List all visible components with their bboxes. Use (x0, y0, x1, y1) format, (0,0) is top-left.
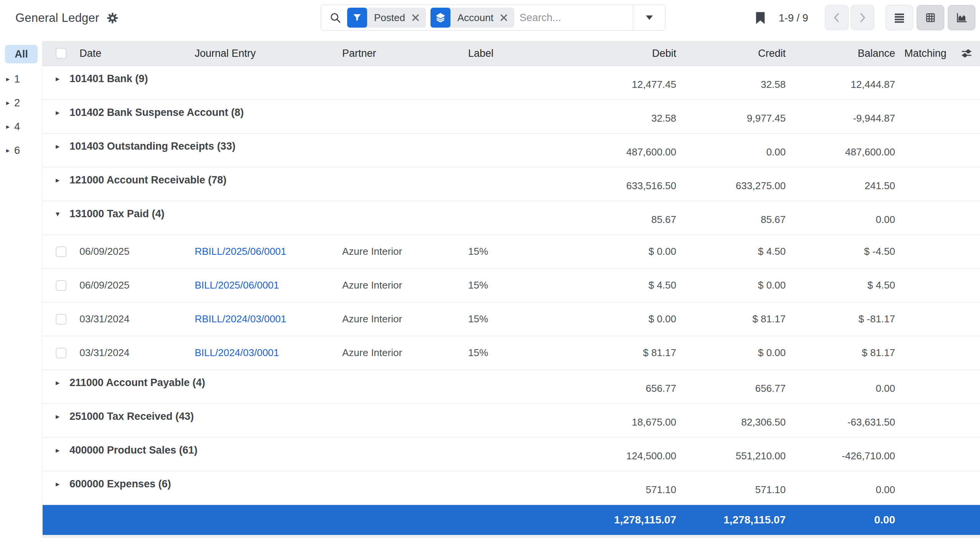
group-debit: 633,516.50 (584, 167, 676, 201)
graph-view-button[interactable] (948, 5, 975, 30)
column-header-date[interactable]: Date (70, 48, 189, 59)
account-group-name[interactable]: 101403 Outstanding Receipts (33) (70, 140, 235, 152)
account-group-name[interactable]: 211000 Account Payable (4) (70, 377, 205, 389)
row-checkbox[interactable] (56, 280, 66, 291)
expand-caret-icon[interactable]: ▸ (6, 99, 10, 107)
journal-entry-link[interactable]: BILL/2025/06/0001 (195, 279, 279, 291)
search-input[interactable] (514, 12, 633, 24)
collapse-caret-icon[interactable]: ▾ (56, 209, 60, 218)
table-row-group-bank-suspense[interactable]: ▸ 101402 Bank Suspense Account (8) 32.58… (43, 100, 980, 134)
account-group-name[interactable]: 400000 Product Sales (61) (70, 444, 197, 456)
table-row-group-tax-received[interactable]: ▸ 251000 Tax Received (43) 18,675.00 82,… (43, 404, 980, 437)
search-panel-item-2[interactable]: ▸ 2 (0, 95, 42, 111)
expand-caret-icon[interactable]: ▸ (6, 75, 10, 83)
group-credit: 0.00 (676, 134, 786, 167)
pivot-view-button[interactable] (917, 5, 944, 30)
journal-entry-link[interactable]: BILL/2024/03/0001 (195, 347, 279, 359)
group-balance: -426,710.00 (786, 437, 895, 471)
select-all-checkbox[interactable] (56, 48, 66, 59)
chevron-down-icon (646, 15, 653, 20)
line-credit: $ 0.00 (676, 269, 786, 302)
column-header-balance[interactable]: Balance (786, 48, 895, 59)
ledger-table: Date Journal Entry Partner Label Debit C… (42, 41, 980, 538)
account-group-name[interactable]: 131000 Tax Paid (4) (70, 208, 164, 220)
group-credit: 656.77 (676, 370, 786, 403)
account-group-name[interactable]: 600000 Expenses (6) (70, 478, 171, 490)
group-balance: -9,944.87 (786, 100, 895, 133)
expand-caret-icon[interactable]: ▸ (56, 175, 60, 185)
group-credit: 633,275.00 (676, 167, 786, 201)
column-header-label[interactable]: Label (457, 48, 584, 59)
account-search-panel: All ▸ 1 ▸ 2 ▸ 4 ▸ 6 (0, 36, 42, 538)
table-row-move-line[interactable]: 03/31/2024 RBILL/2024/03/0001 Azure Inte… (43, 302, 980, 336)
search-panel-item-4[interactable]: ▸ 4 (0, 119, 42, 135)
table-row-group-account-payable[interactable]: ▸ 211000 Account Payable (4) 656.77 656.… (43, 370, 980, 404)
facet-posted: Posted (347, 8, 426, 28)
table-row-move-line[interactable]: 06/09/2025 BILL/2025/06/0001 Azure Inter… (43, 269, 980, 302)
column-header-partner[interactable]: Partner (331, 48, 457, 59)
account-group-name[interactable]: 101401 Bank (9) (70, 73, 148, 85)
table-row-group-product-sales[interactable]: ▸ 400000 Product Sales (61) 124,500.00 5… (43, 437, 980, 471)
favorites-bookmark-icon[interactable] (753, 9, 768, 27)
expand-caret-icon[interactable]: ▸ (6, 122, 10, 131)
table-row-group-bank[interactable]: ▸ 101401 Bank (9) 12,477.45 32.58 12,444… (43, 66, 980, 100)
column-header-debit[interactable]: Debit (584, 48, 676, 59)
column-header-matching[interactable]: Matching (895, 48, 953, 59)
next-page-button[interactable] (851, 5, 874, 30)
search-options-toggle[interactable] (633, 5, 665, 30)
remove-facet-icon[interactable] (411, 13, 426, 22)
list-view-icon (893, 12, 906, 24)
line-date: 06/09/2025 (70, 269, 189, 302)
expand-caret-icon[interactable]: ▸ (56, 412, 60, 421)
title-group: General Ledger (15, 0, 119, 36)
group-balance: -63,631.50 (786, 404, 895, 437)
remove-facet-icon[interactable] (499, 13, 514, 22)
search-panel-item-1[interactable]: ▸ 1 (0, 71, 42, 87)
expand-caret-icon[interactable]: ▸ (6, 146, 10, 155)
column-header-credit[interactable]: Credit (676, 48, 786, 59)
line-balance: $ 81.17 (786, 336, 895, 370)
line-credit: $ 81.17 (676, 302, 786, 336)
graph-view-icon (955, 12, 968, 24)
filter-icon (347, 8, 367, 28)
table-row-move-line[interactable]: 06/09/2025 RBILL/2025/06/0001 Azure Inte… (43, 235, 980, 269)
expand-caret-icon[interactable]: ▸ (56, 142, 60, 151)
table-row-group-expenses[interactable]: ▸ 600000 Expenses (6) 571.10 571.10 0.00 (43, 471, 980, 505)
total-debit: 1,278,115.07 (584, 514, 676, 526)
account-group-name[interactable]: 121000 Account Receivable (78) (70, 174, 227, 186)
journal-entry-link[interactable]: RBILL/2024/03/0001 (195, 313, 286, 325)
expand-caret-icon[interactable]: ▸ (56, 479, 60, 488)
table-row-move-line[interactable]: 03/31/2024 BILL/2024/03/0001 Azure Inter… (43, 336, 980, 370)
line-label: 15% (457, 336, 584, 370)
row-checkbox[interactable] (56, 314, 66, 325)
line-debit: $ 0.00 (584, 235, 676, 268)
line-balance: $ -4.50 (786, 235, 895, 268)
row-checkbox[interactable] (56, 348, 66, 358)
group-debit: 12,477.45 (584, 66, 676, 99)
list-view-button[interactable] (886, 5, 913, 30)
line-partner: Azure Interior (331, 302, 457, 336)
previous-page-button[interactable] (825, 5, 849, 30)
search-bar[interactable]: Posted Account (321, 5, 665, 31)
expand-caret-icon[interactable]: ▸ (56, 378, 60, 387)
column-header-journal-entry[interactable]: Journal Entry (189, 48, 331, 59)
row-checkbox[interactable] (56, 246, 66, 257)
search-panel-item-all[interactable]: All (5, 45, 38, 63)
optional-columns-icon[interactable] (961, 48, 972, 59)
expand-caret-icon[interactable]: ▸ (56, 74, 60, 83)
settings-gear-icon[interactable] (106, 12, 119, 25)
account-group-name[interactable]: 101402 Bank Suspense Account (8) (70, 107, 244, 119)
journal-entry-link[interactable]: RBILL/2025/06/0001 (195, 246, 286, 257)
group-debit: 85.67 (584, 201, 676, 234)
table-row-group-tax-paid[interactable]: ▾ 131000 Tax Paid (4) 85.67 85.67 0.00 (43, 201, 980, 235)
expand-caret-icon[interactable]: ▸ (56, 446, 60, 455)
table-row-group-outstanding-receipts[interactable]: ▸ 101403 Outstanding Receipts (33) 487,6… (43, 134, 980, 167)
search-panel-item-6[interactable]: ▸ 6 (0, 142, 42, 158)
group-balance: 12,444.87 (786, 66, 895, 99)
facet-label: Account (450, 12, 499, 24)
account-group-name[interactable]: 251000 Tax Received (43) (70, 411, 194, 422)
group-balance: 487,600.00 (786, 134, 895, 167)
table-row-group-account-receivable[interactable]: ▸ 121000 Account Receivable (78) 633,516… (43, 167, 980, 201)
expand-caret-icon[interactable]: ▸ (56, 108, 60, 117)
line-date: 06/09/2025 (70, 235, 189, 268)
